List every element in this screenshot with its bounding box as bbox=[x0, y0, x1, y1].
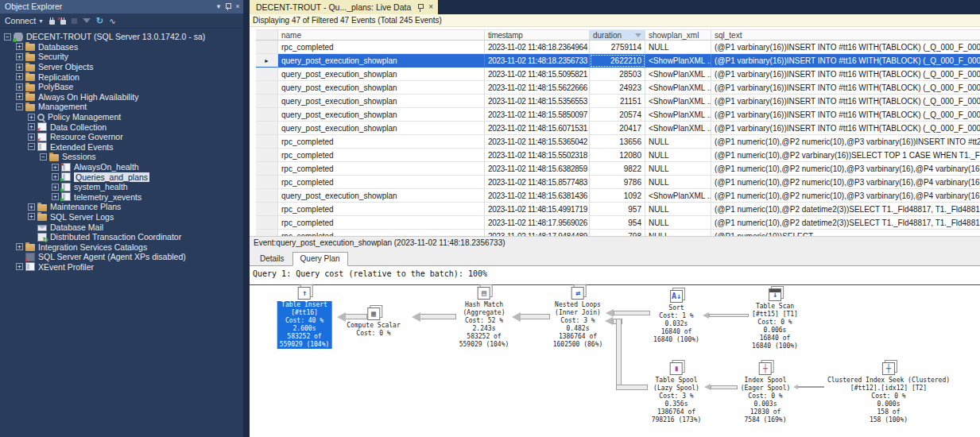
row-selector[interactable] bbox=[256, 108, 278, 122]
cell-sql_text[interactable]: (@P1 varbinary(16))INSERT INTO #tt16 WIT… bbox=[711, 95, 980, 108]
document-tab[interactable]: DECENT-TROUT - Qu..._plans: Live Data × bbox=[250, 0, 438, 14]
event-row[interactable]: rpc_completed2023-11-02 11:48:15.6382859… bbox=[256, 162, 980, 176]
tree-item-policy-management[interactable]: +Policy Management bbox=[0, 112, 243, 122]
cell-sql_text[interactable]: (@P1 numeric(10),@P2 datetime2(3))SELECT… bbox=[711, 203, 980, 216]
event-row[interactable]: rpc_completed2023-11-02 11:48:15.8577483… bbox=[256, 176, 980, 189]
cell-sql_text[interactable]: (@P1 numeric(10),@P2 numeric(10),@P3 var… bbox=[711, 176, 980, 189]
cell-showplan_xml[interactable]: NULL bbox=[645, 41, 711, 54]
tab-pin-icon[interactable] bbox=[417, 2, 424, 12]
window-menu-icon[interactable]: ▾ bbox=[213, 2, 224, 12]
cell-sql_text[interactable]: (@P1 varbinary(16))INSERT INTO #tt16 WIT… bbox=[711, 122, 980, 135]
cell-duration[interactable]: 28503 bbox=[590, 68, 645, 81]
row-selector[interactable] bbox=[256, 216, 278, 230]
plan-node-table-spool[interactable]: ▮Table Spool(Lazy Spool)Cost: 3 %0.356s1… bbox=[652, 362, 702, 424]
event-row[interactable]: query_post_execution_showplan2023-11-02 … bbox=[256, 68, 980, 81]
collapse-icon[interactable]: − bbox=[28, 143, 35, 150]
cell-duration[interactable]: 12080 bbox=[590, 149, 645, 162]
tree-item-databases[interactable]: +Databases bbox=[0, 42, 243, 52]
row-selector[interactable] bbox=[256, 162, 278, 176]
expand-icon[interactable]: + bbox=[28, 133, 35, 141]
tree-item-management[interactable]: −Management bbox=[0, 102, 243, 112]
plan-node-clustered-index-seek[interactable]: ┼Clustered Index Seek (Clustered)[#tt12]… bbox=[827, 362, 950, 424]
plan-node-sort[interactable]: A↓SortCost: 1 %0.032s16840 of16840 (100%… bbox=[653, 290, 699, 344]
expand-icon[interactable]: + bbox=[52, 193, 59, 200]
expand-icon[interactable]: + bbox=[52, 173, 59, 180]
tree-item-decent-trout-sql-server-13-0-1742-0-sa[interactable]: −DECENT-TROUT (SQL Server 13.0.1742.0 - … bbox=[0, 32, 243, 42]
row-selector[interactable] bbox=[256, 68, 278, 81]
close-icon[interactable]: × bbox=[232, 2, 243, 12]
cell-duration[interactable]: 2622210 bbox=[590, 54, 645, 68]
expand-icon[interactable]: + bbox=[16, 64, 23, 71]
expand-icon[interactable]: + bbox=[28, 213, 35, 220]
plan-node-table-scan[interactable]: ↓Table Scan[#tt15] [T1]Cost: 0 %0.006s16… bbox=[752, 288, 798, 350]
cell-sql_text[interactable]: (@P1 numeric(10),@P2 datetime2(3))SELECT… bbox=[711, 216, 980, 230]
cell-showplan_xml[interactable]: NULL bbox=[645, 162, 711, 176]
cell-timestamp[interactable]: 2023-11-02 11:48:15.5365042 bbox=[485, 135, 590, 149]
cell-name[interactable]: query_post_execution_showplan bbox=[278, 54, 485, 68]
cell-showplan_xml[interactable]: NULL bbox=[645, 135, 711, 149]
cell-name[interactable]: rpc_completed bbox=[278, 41, 485, 54]
tree-item-xevent-profiler[interactable]: +XEvent Profiler bbox=[0, 262, 243, 273]
row-selector[interactable] bbox=[256, 189, 278, 203]
expand-icon[interactable]: + bbox=[16, 73, 23, 80]
tree-item-queries-and-plans[interactable]: +Queries_and_plans bbox=[0, 172, 243, 182]
current-row-indicator[interactable]: ► bbox=[256, 54, 278, 68]
cell-duration[interactable]: 9786 bbox=[590, 176, 645, 189]
stop-button[interactable] bbox=[72, 18, 77, 24]
row-selector[interactable] bbox=[256, 41, 278, 54]
expand-icon[interactable]: + bbox=[16, 53, 23, 60]
cell-timestamp[interactable]: 2023-11-02 11:48:15.8577483 bbox=[485, 176, 590, 189]
event-row[interactable]: query_post_execution_showplan2023-11-02 … bbox=[256, 122, 980, 135]
cell-timestamp[interactable]: 2023-11-02 11:48:17.9569026 bbox=[485, 216, 590, 230]
expand-icon[interactable]: + bbox=[52, 164, 59, 171]
cell-sql_text[interactable]: (@P1 numeric(10))SELECT ... bbox=[711, 230, 980, 236]
plan-node-table-insert[interactable]: ↑Table Insert[#tt16]Cost: 40 %2.600s5832… bbox=[277, 287, 332, 349]
cell-name[interactable]: rpc_completed bbox=[278, 149, 485, 162]
cell-duration[interactable]: 957 bbox=[590, 203, 645, 216]
disconnect-server-button[interactable]: × bbox=[60, 17, 66, 25]
cell-duration[interactable]: 13656 bbox=[590, 135, 645, 149]
tab-query-plan[interactable]: Query Plan bbox=[292, 252, 348, 266]
cell-showplan_xml[interactable]: NULL bbox=[645, 176, 711, 189]
tab-close-icon[interactable]: × bbox=[428, 0, 433, 14]
cell-duration[interactable]: 24923 bbox=[590, 81, 645, 95]
tree-item-integration-services-catalogs[interactable]: +Integration Services Catalogs bbox=[0, 242, 243, 252]
tree-item-sql-server-agent-agent-xps-disabled[interactable]: SQL Server Agent (Agent XPs disabled) bbox=[0, 252, 243, 262]
cell-showplan_xml[interactable]: <ShowPlanXML ... bbox=[645, 54, 711, 68]
cell-name[interactable]: rpc_completed bbox=[278, 162, 485, 176]
grid-header-name[interactable]: name bbox=[278, 29, 485, 41]
expand-icon[interactable]: + bbox=[52, 184, 59, 191]
cell-name[interactable]: query_post_execution_showplan bbox=[278, 122, 485, 135]
cell-showplan_xml[interactable]: NULL bbox=[645, 203, 711, 216]
row-selector[interactable] bbox=[256, 135, 278, 149]
tree-item-security[interactable]: +Security bbox=[0, 52, 243, 62]
cell-sql_text[interactable]: (@P1 varbinary(16))INSERT INTO #tt16 WIT… bbox=[711, 81, 980, 95]
cell-timestamp[interactable]: 2023-11-02 11:48:15.4991719 bbox=[485, 203, 590, 216]
collapse-icon[interactable]: − bbox=[16, 103, 23, 110]
tree-item-sql-server-logs[interactable]: +SQL Server Logs bbox=[0, 212, 243, 222]
cell-name[interactable]: rpc_completed bbox=[278, 176, 485, 189]
expand-icon[interactable]: + bbox=[28, 114, 35, 121]
grid-header-sql_text[interactable]: sql_text bbox=[711, 29, 980, 41]
cell-name[interactable]: rpc_completed bbox=[278, 135, 485, 149]
event-row[interactable]: query_post_execution_showplan2023-11-02 … bbox=[256, 108, 980, 122]
event-row[interactable]: query_post_execution_showplan2023-11-02 … bbox=[256, 95, 980, 108]
cell-timestamp[interactable]: 2023-11-02 11:48:15.5850097 bbox=[485, 108, 590, 122]
event-row[interactable]: ►query_post_execution_showplan2023-11-02… bbox=[256, 54, 980, 68]
cell-duration[interactable]: 954 bbox=[590, 216, 645, 230]
tree-item-alwayson-health[interactable]: +AlwaysOn_health bbox=[0, 162, 243, 172]
plan-node-hash-match[interactable]: ▤Hash Match(Aggregate)Cost: 52 %2.243s58… bbox=[459, 287, 509, 349]
tree-item-database-mail[interactable]: Database Mail bbox=[0, 222, 243, 232]
expand-icon[interactable]: + bbox=[16, 43, 23, 50]
event-row[interactable]: rpc_completed2023-11-02 11:48:17.9569026… bbox=[256, 216, 980, 230]
event-row[interactable]: query_post_execution_showplan2023-11-02 … bbox=[256, 81, 980, 95]
cell-showplan_xml[interactable]: <ShowPlanXML ... bbox=[645, 81, 711, 95]
tree-item-telemetry-xevents[interactable]: +telemetry_xevents bbox=[0, 192, 243, 203]
cell-showplan_xml[interactable]: <ShowPlanXML ... bbox=[645, 108, 711, 122]
cell-timestamp[interactable]: 2023-11-02 11:48:15.5095821 bbox=[485, 68, 590, 81]
grid-header-duration[interactable]: duration bbox=[590, 29, 645, 41]
cell-showplan_xml[interactable]: <ShowPlanXML ... bbox=[645, 122, 711, 135]
cell-showplan_xml[interactable]: <ShowPlanXML ... bbox=[645, 95, 711, 108]
cell-timestamp[interactable]: 2023-11-02 11:48:15.5622666 bbox=[485, 81, 590, 95]
grid-header-timestamp[interactable]: timestamp bbox=[485, 29, 590, 41]
